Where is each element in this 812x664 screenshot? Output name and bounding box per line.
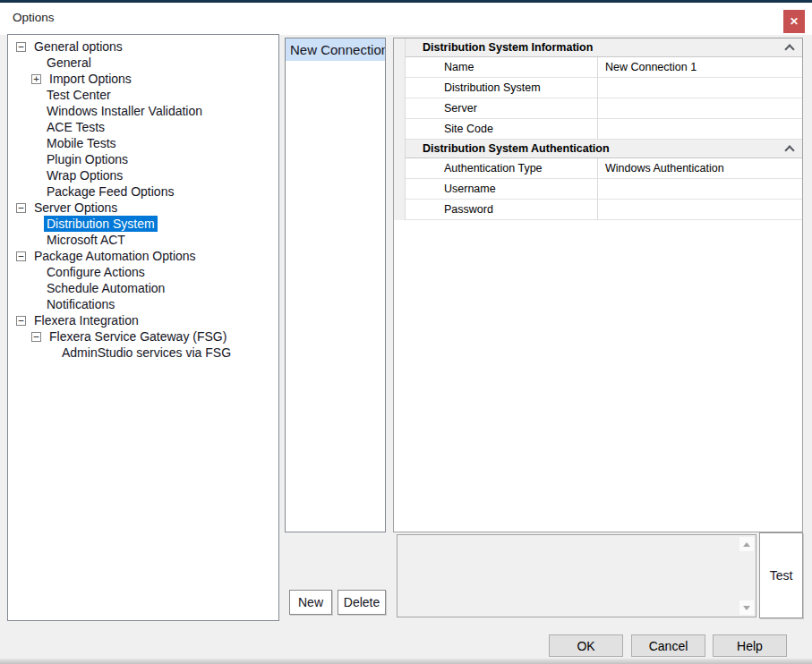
tree-item-label: Package Feed Options <box>44 183 176 200</box>
field-label-site-code: Site Code <box>406 119 598 140</box>
grid-gutter <box>394 119 406 140</box>
field-value-distribution-system[interactable] <box>598 78 802 98</box>
chevron-up-icon[interactable] <box>784 44 794 54</box>
tree-item-microsoft-act[interactable]: Microsoft ACT <box>8 232 278 248</box>
grid-gutter <box>394 179 406 200</box>
tree-item-label: Schedule Automation <box>44 280 167 296</box>
tree-item-label: Flexera Integration <box>31 312 141 328</box>
tree-item-wrap-options[interactable]: Wrap Options <box>8 167 278 183</box>
tree-item-label: Package Automation Options <box>31 248 199 264</box>
window-title: Options <box>13 11 55 24</box>
expand-toggle-icon[interactable]: + <box>31 74 41 84</box>
collapse-toggle-icon[interactable]: − <box>16 42 26 52</box>
tree-item-flexera-service-gateway-fsg[interactable]: −Flexera Service Gateway (FSG) <box>8 328 278 345</box>
tree-item-package-feed-options[interactable]: Package Feed Options <box>8 183 278 200</box>
options-tree: −General optionsGeneral+Import OptionsTe… <box>7 34 279 621</box>
tree-item-package-automation-options[interactable]: −Package Automation Options <box>8 248 278 264</box>
section-header-distribution-system-authentication[interactable]: Distribution System Authentication <box>394 140 802 158</box>
scroll-up-button[interactable] <box>739 537 754 551</box>
collapse-toggle-icon[interactable]: − <box>16 203 26 213</box>
tree-item-mobile-tests[interactable]: Mobile Tests <box>8 135 278 151</box>
tree-item-label: Windows Installer Validation <box>44 103 205 119</box>
options-dialog: Options ✕ −General optionsGeneral+Import… <box>0 0 812 664</box>
tree-item-test-center[interactable]: Test Center <box>8 87 278 103</box>
scroll-down-icon <box>743 606 750 610</box>
help-button[interactable]: Help <box>713 634 787 657</box>
field-label-distribution-system: Distribution System <box>406 78 598 98</box>
grid-row-server: Server <box>394 98 802 119</box>
field-label-username: Username <box>406 179 598 200</box>
tree-item-label: Microsoft ACT <box>44 232 128 248</box>
field-label-name: Name <box>406 57 598 78</box>
test-result-box <box>397 534 756 617</box>
delete-button[interactable]: Delete <box>338 590 386 615</box>
field-value-name[interactable]: New Connection 1 <box>598 57 802 78</box>
tree-item-label: General options <box>31 38 125 55</box>
scroll-up-icon <box>743 542 750 547</box>
grid-gutter <box>394 200 406 220</box>
grid-row-authentication-type: Authentication TypeWindows Authenticatio… <box>394 158 802 179</box>
section-title: Distribution System Authentication <box>423 142 610 155</box>
tree-item-distribution-system[interactable]: Distribution System <box>8 216 278 232</box>
tree-item-label: Mobile Tests <box>44 135 119 151</box>
tree-item-label: Plugin Options <box>44 151 131 167</box>
tree-item-label: ACE Tests <box>44 119 107 135</box>
tree-item-import-options[interactable]: +Import Options <box>8 71 278 87</box>
tree-item-adminstudio-services-via-fsg[interactable]: AdminStudio services via FSG <box>8 345 278 361</box>
tree-item-label: Test Center <box>44 87 114 103</box>
field-label-server: Server <box>406 98 598 119</box>
section-header-content: Distribution System Authentication <box>406 140 802 158</box>
tree-item-label: Flexera Service Gateway (FSG) <box>47 328 229 345</box>
section-header-content: Distribution System Information <box>406 38 802 57</box>
field-label-authentication-type: Authentication Type <box>406 158 598 179</box>
tree-item-windows-installer-validation[interactable]: Windows Installer Validation <box>8 103 278 119</box>
tree-item-ace-tests[interactable]: ACE Tests <box>8 119 278 135</box>
section-header-distribution-system-information[interactable]: Distribution System Information <box>394 38 802 57</box>
tree-item-server-options[interactable]: −Server Options <box>8 200 278 216</box>
window-bottom-edge <box>0 659 812 664</box>
grid-gutter <box>394 78 406 98</box>
collapse-toggle-icon[interactable]: − <box>16 251 26 261</box>
tree-item-label: Configure Actions <box>44 264 148 280</box>
tree-item-general-options[interactable]: −General options <box>8 38 278 55</box>
grid-gutter <box>394 38 406 57</box>
connection-list-item[interactable]: New Connection 1 <box>286 38 385 61</box>
grid-row-distribution-system: Distribution System <box>394 78 802 98</box>
tree-item-schedule-automation[interactable]: Schedule Automation <box>8 280 278 296</box>
titlebar: Options ✕ <box>0 3 812 35</box>
grid-gutter <box>394 158 406 179</box>
tree-item-plugin-options[interactable]: Plugin Options <box>8 151 278 167</box>
tree-item-label: Import Options <box>47 71 134 87</box>
tree-item-general[interactable]: General <box>8 55 278 71</box>
grid-gutter <box>394 140 406 158</box>
tree-item-notifications[interactable]: Notifications <box>8 296 278 312</box>
field-label-password: Password <box>406 200 598 220</box>
close-icon[interactable]: ✕ <box>783 10 805 33</box>
collapse-toggle-icon[interactable]: − <box>31 332 41 342</box>
connection-listbox[interactable]: New Connection 1 <box>285 38 386 532</box>
field-value-password[interactable] <box>598 200 802 220</box>
field-value-server[interactable] <box>598 98 802 119</box>
tree-item-label: Server Options <box>31 200 120 216</box>
chevron-up-icon[interactable] <box>784 145 794 155</box>
tree-item-label: Distribution System <box>44 216 158 232</box>
field-value-username[interactable] <box>598 179 802 200</box>
cancel-button[interactable]: Cancel <box>631 634 705 657</box>
new-button[interactable]: New <box>289 590 332 615</box>
grid-gutter <box>394 57 406 78</box>
section-title: Distribution System Information <box>423 41 593 54</box>
ok-button[interactable]: OK <box>549 634 623 657</box>
field-value-authentication-type[interactable]: Windows Authentication <box>598 158 802 179</box>
tree-item-configure-actions[interactable]: Configure Actions <box>8 264 278 280</box>
field-value-site-code[interactable] <box>598 119 802 140</box>
grid-row-name: NameNew Connection 1 <box>394 57 802 78</box>
grid-gutter <box>394 98 406 119</box>
test-button[interactable]: Test <box>759 532 803 618</box>
tree-item-label: General <box>44 55 94 71</box>
scroll-down-button[interactable] <box>739 600 754 615</box>
grid-row-username: Username <box>394 179 802 200</box>
collapse-toggle-icon[interactable]: − <box>16 316 26 326</box>
tree-item-label: Wrap Options <box>44 167 125 183</box>
tree-item-flexera-integration[interactable]: −Flexera Integration <box>8 312 278 328</box>
property-grid: Distribution System InformationNameNew C… <box>393 38 803 532</box>
